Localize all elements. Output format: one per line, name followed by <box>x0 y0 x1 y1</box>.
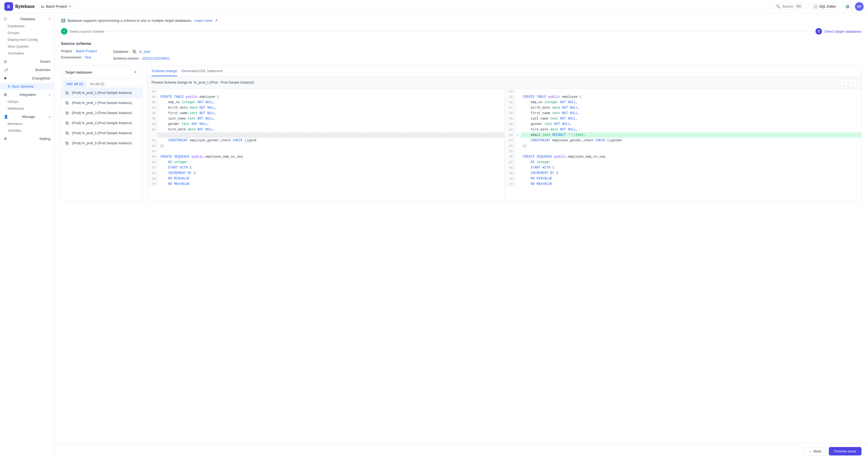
schema-version-label: Schema version - <box>113 56 141 60</box>
settings-button[interactable]: ⚙️ <box>843 2 852 11</box>
line-marker: + <box>515 132 521 138</box>
line-content <box>521 89 862 94</box>
back-button[interactable]: ← Back <box>804 447 826 456</box>
db-link[interactable]: hr_test <box>139 50 150 54</box>
add-database-button[interactable]: + <box>132 69 138 76</box>
preview-issue-button[interactable]: Preview issue <box>829 447 862 456</box>
db-list-item-4[interactable]: 🐘 (Prod) hr_prod_5 (Prod Sample Instance… <box>61 128 142 138</box>
sidebar-item-webhooks[interactable]: Webhooks <box>0 105 54 112</box>
code-line: 57 birth_date date NOT NULL, <box>504 105 862 111</box>
sidebar-group-changelists[interactable]: ✱ Changelists <box>0 75 54 82</box>
schema-change-tab[interactable]: Schema change <box>152 66 177 76</box>
learn-more-link[interactable]: Learn more <box>194 19 212 23</box>
line-number: 61 <box>504 127 515 132</box>
line-content: birth_date date NOT NULL, <box>158 105 504 111</box>
line-marker <box>515 99 521 105</box>
line-content: AS integer <box>521 160 862 165</box>
sidebar-item-members[interactable]: Members <box>0 120 54 127</box>
sidebar-item-databases[interactable]: Databases <box>0 23 54 29</box>
db-list-item-0[interactable]: 🐘 (Prod) hr_prod_1 (Prod Sample Instance… <box>61 88 142 98</box>
line-content: first_name text NOT NULL, <box>521 111 862 116</box>
sidebar-item-slow-queries[interactable]: Slow Queries <box>0 43 54 50</box>
sql-editor-button[interactable]: ⬜ SQL Editor <box>809 3 840 10</box>
code-line: 62 CONSTRAINT employee_gender_check CHEC… <box>147 138 504 143</box>
code-line: 67 START WITH 1 <box>147 165 504 170</box>
line-content: NO MINVALUE <box>521 176 862 181</box>
sidebar-group-database[interactable]: ⬡ Database ▾ <box>0 15 54 23</box>
diff-preview-title-bar: Preview Schema change for 'hr_prod_1 (Pr… <box>147 77 861 89</box>
code-line: 63); <box>147 143 504 149</box>
generated-ddl-tab-label: Generated DDL statement <box>182 69 223 73</box>
line-marker <box>515 176 521 181</box>
diff-nav-up-button[interactable]: ↑ <box>840 79 848 86</box>
sidebar-item-groups[interactable]: Groups <box>0 29 54 36</box>
code-line: 68 INCREMENT BY 1 <box>147 170 504 176</box>
two-col-layout: Target databases + With diff (6) No diff… <box>61 66 862 202</box>
line-marker <box>515 138 521 143</box>
code-line: 58 first_name text NOT NULL, <box>504 111 862 116</box>
db-list-item-3[interactable]: 🐘 (Prod) hr_prod_4 (Prod Sample Instance… <box>61 118 142 128</box>
code-line: 60 gender text NOT NULL, <box>504 121 862 127</box>
code-line: 64 <box>147 149 504 154</box>
sidebar-item-deployment-config[interactable]: Deployment Config <box>0 36 54 43</box>
sidebar-item-sync-schema[interactable]: ↻ Sync Schema <box>0 83 54 90</box>
env-link[interactable]: Test <box>85 55 91 59</box>
line-marker <box>515 149 521 154</box>
line-marker <box>515 165 521 170</box>
sidebar-issues-label: Issues <box>40 59 50 63</box>
generated-ddl-tab[interactable]: Generated DDL statement <box>182 66 223 76</box>
line-marker <box>515 154 521 160</box>
line-number: 59 <box>504 116 515 121</box>
code-line: 59 last_name text NOT NULL, <box>147 116 504 121</box>
db-list-item-1[interactable]: 🐘 (Prod) hr_prod_2 (Prod Sample Instance… <box>61 98 142 108</box>
db-item-label: (Prod) hr_prod_2 (Prod Sample Instance) <box>72 101 132 105</box>
search-button[interactable]: 🔍 Search ⌘K <box>773 3 806 10</box>
logo-text: Bytebase <box>15 4 35 9</box>
diff-panel-tabs: Schema change Generated DDL statement <box>147 66 861 77</box>
branches-icon: ⎇ <box>4 68 8 72</box>
target-databases-panel: Target databases + With diff (6) No diff… <box>61 66 143 202</box>
diff-nav-down-button[interactable]: ↓ <box>849 79 857 86</box>
line-content: NO MINVALUE <box>158 176 504 181</box>
code-line: 56 emp_no integer NOT NULL, <box>147 99 504 105</box>
info-banner-text: Bytebase supports synchronizing a schema… <box>67 19 192 23</box>
schema-version-link[interactable]: 20231103234631 <box>142 56 170 60</box>
step-2-label: Select target databases <box>824 29 862 33</box>
sidebar-group-issues[interactable]: ◎ Issues <box>0 58 54 65</box>
step-line <box>107 31 813 32</box>
sidebar-item-anomalies[interactable]: Anomalies <box>0 50 54 57</box>
database-icon: 🐘 <box>65 121 70 125</box>
no-diff-tab[interactable]: No diff (0) <box>87 81 107 88</box>
sidebar-gitops-label: GitOps <box>8 99 19 104</box>
project-selector[interactable]: 🗂 Batch Project ▼ <box>38 3 74 10</box>
with-diff-label: With diff <box>66 82 78 86</box>
line-number: 71 <box>504 181 515 187</box>
line-content: emp_no integer NOT NULL, <box>521 99 862 105</box>
line-content: hire_date date NOT NULL, <box>521 127 862 132</box>
preview-issue-label: Preview issue <box>834 449 856 453</box>
db-item-label: (Prod) hr_prod_4 (Prod Sample Instance) <box>72 121 132 125</box>
topbar: B Bytebase 🗂 Batch Project ▼ 🔍 Search ⌘K… <box>0 0 868 13</box>
sidebar-group-manage[interactable]: 👤 Manage ▾ <box>0 113 54 120</box>
db-list-item-2[interactable]: 🐘 (Prod) hr_prod_3 (Prod Sample Instance… <box>61 108 142 118</box>
line-content <box>521 149 862 154</box>
with-diff-tab[interactable]: With diff (6) <box>63 81 86 88</box>
database-icon: 🐘 <box>65 101 70 105</box>
db-list-item-5[interactable]: 🐘 (Prod) hr_prod_6 (Prod Sample Instance… <box>61 138 142 148</box>
sidebar-group-integration[interactable]: ⊞ Integration ▾ <box>0 91 54 98</box>
avatar[interactable]: DP <box>855 2 864 11</box>
sidebar-section-integration: ⊞ Integration ▾ GitOps Webhooks <box>0 91 54 112</box>
changelists-icon: ✱ <box>4 76 7 80</box>
project-link[interactable]: Batch Project <box>75 49 97 53</box>
sidebar-group-setting[interactable]: ⚙ Setting <box>0 135 54 142</box>
sidebar-item-gitops[interactable]: GitOps <box>0 98 54 105</box>
line-number: 63 <box>147 143 158 149</box>
page-content: ℹ️ Bytebase supports synchronizing a sch… <box>55 13 868 443</box>
sidebar-item-activities[interactable]: Activities <box>0 127 54 134</box>
sidebar-group-branches[interactable]: ⎇ Branches <box>0 66 54 74</box>
line-number: 57 <box>504 105 515 111</box>
line-content: START WITH 1 <box>521 165 862 170</box>
line-number: 63 <box>504 138 515 143</box>
code-line: 56 emp_no integer NOT NULL, <box>504 99 862 105</box>
chevron-down-icon: ▾ <box>49 115 50 119</box>
